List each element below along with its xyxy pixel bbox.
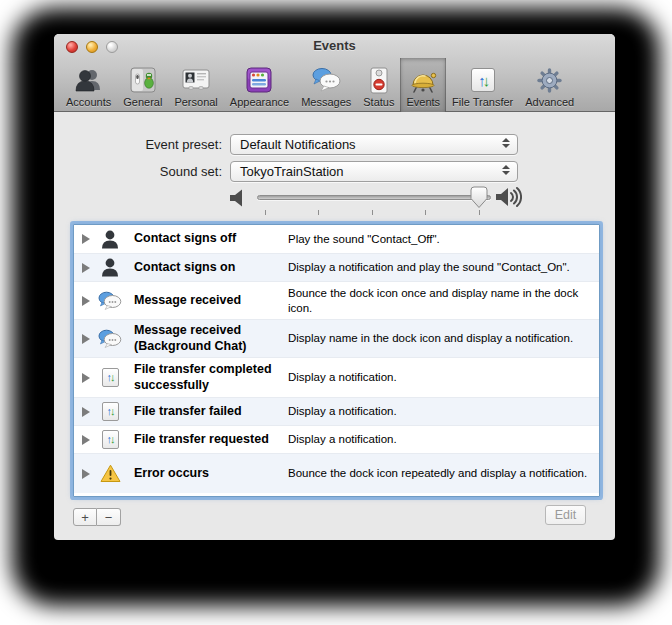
toolbar-item-events[interactable]: Events <box>400 58 446 112</box>
disclosure-triangle-icon[interactable] <box>82 296 96 306</box>
file-transfer-icon: ↑↓ <box>471 65 495 95</box>
window-chrome: Events Accounts <box>54 34 615 112</box>
toolbar-label: Appearance <box>230 96 289 108</box>
titlebar[interactable]: Events <box>54 34 615 58</box>
add-remove-controls: + − <box>73 508 121 526</box>
event-description: Display a notification and play the soun… <box>288 260 593 275</box>
table-row-file-transfer-failed[interactable]: ↑↓ File transfer failed Display a notifi… <box>74 397 599 425</box>
toolbar-label: Accounts <box>66 96 111 108</box>
disclosure-triangle-icon[interactable] <box>82 263 96 273</box>
toolbar-item-appearance[interactable]: Appearance <box>224 58 295 112</box>
appearance-icon <box>246 65 272 95</box>
edit-button[interactable]: Edit <box>545 505 586 525</box>
personal-icon <box>182 65 210 95</box>
table-row-file-transfer-completed[interactable]: ↑↓ File transfer completed successfully … <box>74 357 599 397</box>
preferences-window: Events Accounts <box>54 34 615 540</box>
event-description: Display a notification. <box>288 370 593 385</box>
sound-set-value: TokyoTrainStation <box>240 164 344 179</box>
disclosure-triangle-icon[interactable] <box>82 373 96 383</box>
event-title: File transfer failed <box>134 404 286 420</box>
message-icon <box>96 329 124 348</box>
status-icon <box>370 65 388 95</box>
toolbar-label: File Transfer <box>452 96 513 108</box>
slider-tick <box>425 210 426 215</box>
toolbar-item-status[interactable]: Status <box>357 58 400 112</box>
disclosure-triangle-icon[interactable] <box>82 334 96 344</box>
event-description: Display a notification. <box>288 404 593 419</box>
event-title: Message received (Background Chat) <box>134 323 286 354</box>
event-title: Contact signs off <box>134 231 286 247</box>
slider-tick <box>372 210 373 215</box>
sound-set-label: Sound set: <box>62 164 222 179</box>
toolbar-item-advanced[interactable]: Advanced <box>519 58 580 112</box>
event-title: Error occurs <box>134 466 286 482</box>
toolbar-label: Advanced <box>525 96 574 108</box>
slider-tick <box>265 210 266 215</box>
toolbar-label: Status <box>363 96 394 108</box>
disclosure-triangle-icon[interactable] <box>82 407 96 417</box>
file-transfer-icon: ↑↓ <box>96 430 124 449</box>
volume-slider-thumb[interactable] <box>470 186 488 213</box>
table-row-file-transfer-requested[interactable]: ↑↓ File transfer requested Display a not… <box>74 425 599 453</box>
disclosure-triangle-icon[interactable] <box>82 234 96 244</box>
add-event-button[interactable]: + <box>73 508 97 526</box>
toolbar-label: General <box>123 96 162 108</box>
event-description: Display a notification. <box>288 432 593 447</box>
event-title: File transfer requested <box>134 432 286 448</box>
table-row-error-occurs[interactable]: Error occurs Bounce the dock icon repeat… <box>74 453 599 493</box>
toolbar-label: Events <box>406 96 440 108</box>
table-row-contact-signs-off[interactable]: Contact signs off Play the sound "Contac… <box>74 225 599 253</box>
volume-high-icon <box>496 186 522 212</box>
event-title: Message received <box>134 293 286 309</box>
table-row-message-received[interactable]: Message received Bounce the dock icon on… <box>74 281 599 319</box>
volume-low-icon <box>230 189 244 211</box>
events-bell-icon <box>408 65 438 95</box>
table-row-contact-signs-on[interactable]: Contact signs on Display a notification … <box>74 253 599 281</box>
toolbar-item-file-transfer[interactable]: ↑↓ File Transfer <box>446 58 519 112</box>
toolbar-item-general[interactable]: General <box>117 58 168 112</box>
toolbar-item-accounts[interactable]: Accounts <box>60 58 117 112</box>
volume-slider-track[interactable] <box>257 195 491 200</box>
toolbar-item-personal[interactable]: Personal <box>168 58 223 112</box>
disclosure-triangle-icon[interactable] <box>82 435 96 445</box>
toolbar-label: Messages <box>301 96 351 108</box>
event-preset-popup[interactable]: Default Notifications <box>230 134 518 155</box>
toolbar: Accounts General <box>54 58 615 112</box>
general-icon <box>130 65 156 95</box>
table-row-message-received-background[interactable]: Message received (Background Chat) Displ… <box>74 319 599 357</box>
file-transfer-icon: ↑↓ <box>96 368 124 387</box>
file-transfer-icon: ↑↓ <box>96 402 124 421</box>
window-title: Events <box>54 38 615 53</box>
event-description: Display name in the dock icon and displa… <box>288 331 593 346</box>
warning-icon <box>96 464 124 483</box>
disclosure-triangle-icon[interactable] <box>82 469 96 479</box>
contact-icon <box>96 258 124 277</box>
popup-arrows-icon <box>502 138 510 148</box>
event-title: File transfer completed successfully <box>134 362 286 393</box>
slider-tick <box>318 210 319 215</box>
message-icon <box>96 291 124 310</box>
events-table: Contact signs off Play the sound "Contac… <box>73 224 600 497</box>
toolbar-label: Personal <box>174 96 217 108</box>
remove-event-button[interactable]: − <box>97 508 121 526</box>
sound-set-popup[interactable]: TokyoTrainStation <box>230 161 518 182</box>
event-title: Contact signs on <box>134 260 286 276</box>
event-description: Play the sound "Contact_Off". <box>288 232 593 247</box>
toolbar-item-messages[interactable]: Messages <box>295 58 357 112</box>
popup-arrows-icon <box>502 165 510 175</box>
event-preset-label: Event preset: <box>62 137 222 152</box>
contact-icon <box>96 230 124 249</box>
event-description: Bounce the dock icon once and display na… <box>288 286 593 316</box>
event-description: Bounce the dock icon repeatedly and disp… <box>288 466 593 481</box>
messages-icon <box>310 65 342 95</box>
event-preset-value: Default Notifications <box>240 137 356 152</box>
advanced-gear-icon <box>536 65 563 95</box>
accounts-icon <box>74 65 104 95</box>
